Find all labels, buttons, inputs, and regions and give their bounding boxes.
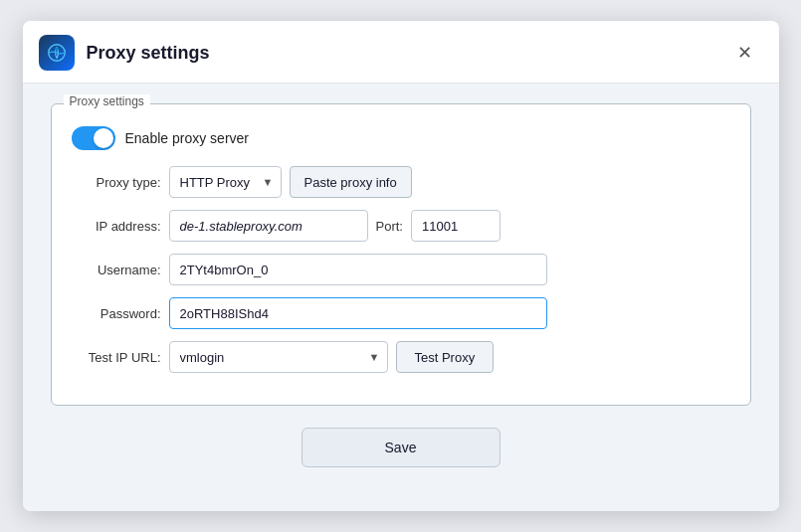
svg-point-1 — [55, 48, 59, 52]
test-ip-controls: vmlogin custom ▼ Test Proxy — [169, 341, 495, 373]
title-bar: Proxy settings ✕ — [23, 21, 779, 84]
paste-proxy-button[interactable]: Paste proxy info — [290, 166, 412, 198]
dialog-footer: Save — [51, 428, 751, 487]
password-label: Password: — [72, 306, 161, 321]
ip-port-controls: Port: — [169, 210, 501, 242]
toggle-row: Enable proxy server — [72, 126, 730, 150]
proxy-type-controls: HTTP Proxy SOCKS4 SOCKS5 ▼ Paste proxy i… — [169, 166, 412, 198]
ip-address-input[interactable] — [169, 210, 368, 242]
proxy-settings-dialog: Proxy settings ✕ Proxy settings Enable p… — [23, 21, 779, 511]
ip-port-row: IP address: Port: — [72, 210, 730, 242]
proxy-type-select-wrapper: HTTP Proxy SOCKS4 SOCKS5 ▼ — [169, 166, 282, 198]
proxy-settings-box: Proxy settings Enable proxy server Proxy… — [51, 103, 751, 406]
title-bar-left: Proxy settings — [39, 35, 210, 71]
ip-address-label: IP address: — [72, 219, 161, 234]
username-input[interactable] — [169, 254, 547, 285]
dialog-title: Proxy settings — [87, 43, 210, 64]
password-input[interactable] — [169, 297, 547, 329]
port-label: Port: — [376, 219, 403, 234]
test-ip-row: Test IP URL: vmlogin custom ▼ Test Proxy — [72, 341, 730, 373]
close-button[interactable]: ✕ — [731, 39, 759, 67]
toggle-label: Enable proxy server — [125, 130, 250, 146]
test-ip-label: Test IP URL: — [72, 350, 161, 365]
save-button[interactable]: Save — [301, 428, 501, 467]
port-input[interactable] — [411, 210, 501, 242]
test-ip-select[interactable]: vmlogin custom — [169, 341, 388, 373]
username-row: Username: — [72, 254, 730, 285]
password-row: Password: — [72, 297, 730, 329]
username-label: Username: — [72, 263, 161, 277]
enable-proxy-toggle[interactable] — [72, 126, 115, 150]
test-ip-select-wrapper: vmlogin custom ▼ — [169, 341, 388, 373]
app-icon — [39, 35, 75, 71]
proxy-type-label: Proxy type: — [72, 175, 161, 190]
dialog-body: Proxy settings Enable proxy server Proxy… — [23, 84, 779, 511]
proxy-type-row: Proxy type: HTTP Proxy SOCKS4 SOCKS5 ▼ P… — [72, 166, 730, 198]
test-proxy-button[interactable]: Test Proxy — [396, 341, 495, 373]
proxy-type-select[interactable]: HTTP Proxy SOCKS4 SOCKS5 — [169, 166, 282, 198]
box-legend: Proxy settings — [64, 94, 150, 108]
